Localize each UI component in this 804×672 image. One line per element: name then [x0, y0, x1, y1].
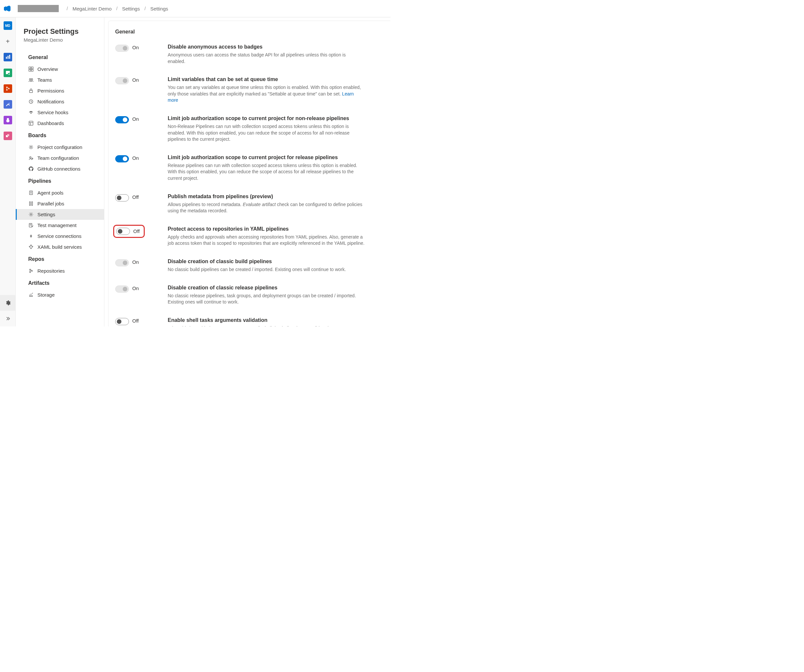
breadcrumb-area[interactable]: Settings	[122, 6, 140, 11]
sidebar-section-heading: Boards	[16, 129, 104, 142]
toggle-state-label: On	[132, 77, 139, 83]
team-configuration-icon	[28, 155, 33, 161]
setting-description: No classic build pipelines can be create…	[168, 267, 364, 273]
svg-rect-10	[7, 134, 9, 136]
sidebar-item-team-configuration[interactable]: Team configuration	[16, 152, 104, 164]
top-bar: / MegaLinter Demo / Settings / Settings	[0, 0, 391, 17]
toggle-state-label: On	[132, 259, 139, 265]
svg-rect-24	[29, 191, 32, 195]
toggle-state-label: Off	[132, 194, 139, 200]
sidebar-item-service-hooks[interactable]: Service hooks	[16, 107, 104, 118]
permissions-icon	[28, 88, 33, 93]
svg-rect-17	[29, 91, 32, 93]
svg-rect-0	[6, 57, 7, 59]
sidebar-item-label: Parallel jobs	[38, 201, 64, 206]
rail-settings-icon[interactable]	[0, 295, 16, 311]
breadcrumb-project[interactable]: MegaLinter Demo	[72, 6, 111, 11]
setting-row: OffPublish metadata from pipelines (prev…	[115, 194, 381, 214]
sidebar-item-agent-pools[interactable]: Agent pools	[16, 187, 104, 198]
toggle[interactable]	[115, 45, 129, 52]
setting-row: OffProtect access to repositories in YAM…	[115, 226, 381, 247]
notifications-icon	[28, 99, 33, 105]
svg-point-19	[31, 113, 31, 113]
sidebar-item-label: Project configuration	[38, 144, 82, 150]
sidebar-section-heading: General	[16, 51, 104, 64]
dashboards-icon	[28, 121, 33, 126]
svg-point-25	[31, 192, 31, 193]
svg-point-5	[6, 87, 8, 88]
svg-point-8	[8, 103, 10, 104]
svg-rect-14	[31, 69, 33, 71]
setting-title: Disable creation of classic build pipeli…	[168, 258, 381, 265]
rail-project-icon[interactable]	[3, 100, 12, 109]
learn-more-link[interactable]: Learn more	[168, 91, 354, 103]
sidebar-item-parallel-jobs[interactable]: Parallel jobs	[16, 198, 104, 209]
setting-title: Publish metadata from pipelines (preview…	[168, 194, 381, 199]
sidebar-subtitle: MegaLinter Demo	[16, 37, 104, 51]
sidebar-item-teams[interactable]: Teams	[16, 75, 104, 85]
svg-rect-27	[31, 202, 33, 205]
sidebar-item-label: Test management	[38, 222, 77, 228]
setting-description: Non-Release Pipelines can run with colle…	[168, 123, 364, 143]
toggle-state-label: On	[132, 116, 139, 122]
sidebar-item-notifications[interactable]: Notifications	[16, 96, 104, 107]
sidebar-item-storage[interactable]: Storage	[16, 289, 104, 300]
sidebar-item-settings[interactable]: Settings	[16, 209, 104, 220]
svg-point-22	[29, 157, 31, 158]
project-settings-sidebar: Project Settings MegaLinter Demo General…	[16, 17, 105, 327]
toggle[interactable]	[115, 77, 129, 84]
svg-point-21	[30, 146, 32, 148]
rail-project-tile[interactable]: MD	[3, 21, 12, 30]
storage-icon	[28, 293, 33, 298]
sidebar-item-label: XAML build services	[38, 244, 82, 250]
rail-expand-icon[interactable]	[0, 311, 16, 327]
setting-title: Protect access to repositories in YAML p…	[168, 226, 381, 232]
sidebar-item-overview[interactable]: Overview	[16, 64, 104, 75]
sidebar-item-test-management[interactable]: Test management	[16, 220, 104, 231]
setting-row: OnLimit job authorization scope to curre…	[115, 155, 381, 182]
parallel-jobs-icon	[28, 201, 33, 206]
rail-add-icon[interactable]: +	[3, 37, 12, 46]
rail-project-icon[interactable]	[3, 132, 12, 140]
setting-description: Allows pipelines to record metadata. Eva…	[168, 201, 364, 214]
toggle[interactable]	[116, 228, 130, 235]
toggle-state-label: On	[132, 155, 139, 161]
toggle[interactable]	[115, 194, 129, 201]
svg-point-23	[32, 158, 33, 159]
sidebar-item-service-connections[interactable]: Service connections	[16, 231, 104, 242]
setting-description: Anonymous users can access the status ba…	[168, 52, 364, 65]
sidebar-section-heading: Artifacts	[16, 276, 104, 289]
breadcrumb-separator: /	[116, 6, 118, 11]
sidebar-item-repositories[interactable]: Repositories	[16, 265, 104, 276]
rail-project-icon[interactable]	[3, 116, 12, 124]
breadcrumb-page[interactable]: Settings	[150, 6, 168, 11]
rail-project-icon[interactable]	[3, 69, 12, 77]
toggle[interactable]	[115, 286, 129, 293]
sidebar-item-label: Settings	[38, 212, 55, 217]
sidebar-item-project-configuration[interactable]: Project configuration	[16, 142, 104, 152]
sidebar-item-label: Agent pools	[38, 190, 63, 196]
main-content[interactable]: General OnDisable anonymous access to ba…	[108, 21, 391, 327]
setting-description: Release pipelines can run with collectio…	[168, 162, 364, 182]
setting-row: OnDisable anonymous access to badgesAnon…	[115, 44, 381, 65]
svg-rect-1	[8, 56, 8, 59]
sidebar-item-permissions[interactable]: Permissions	[16, 85, 104, 96]
setting-title: Disable anonymous access to badges	[168, 44, 381, 50]
svg-point-30	[31, 236, 31, 237]
org-name-redacted[interactable]	[18, 5, 59, 12]
rail-project-icon[interactable]	[3, 53, 12, 61]
toggle[interactable]	[115, 116, 129, 123]
sidebar-item-dashboards[interactable]: Dashboards	[16, 118, 104, 129]
sidebar-scroll[interactable]: Project Settings MegaLinter Demo General…	[16, 17, 104, 327]
toggle[interactable]	[115, 259, 129, 267]
azure-devops-logo-icon[interactable]	[3, 5, 11, 13]
breadcrumb-separator: /	[144, 6, 146, 11]
svg-point-6	[6, 89, 8, 91]
setting-title: Limit job authorization scope to current…	[168, 116, 381, 121]
toggle[interactable]	[115, 318, 129, 325]
toggle[interactable]	[115, 155, 129, 162]
sidebar-item-label: Storage	[38, 292, 55, 298]
sidebar-item-github-connections[interactable]: GitHub connections	[16, 164, 104, 174]
sidebar-item-xaml-build-services[interactable]: XAML build services	[16, 242, 104, 252]
rail-project-icon[interactable]	[3, 84, 12, 93]
